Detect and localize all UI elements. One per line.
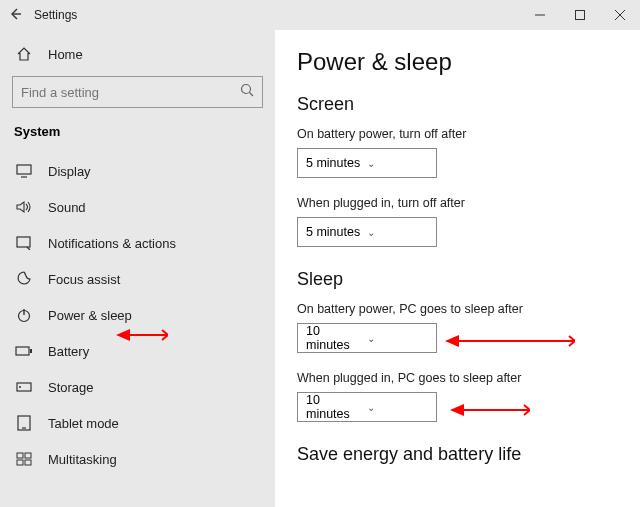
storage-icon [14, 380, 34, 394]
dropdown-value: 10 minutes [306, 393, 367, 421]
sidebar-item-label: Storage [48, 380, 94, 395]
svg-rect-17 [17, 453, 23, 458]
sidebar-item-battery[interactable]: Battery [0, 333, 275, 369]
sidebar-item-sound[interactable]: Sound [0, 189, 275, 225]
dropdown-value: 5 minutes [306, 225, 367, 239]
svg-rect-11 [16, 347, 29, 355]
sidebar-item-label: Power & sleep [48, 308, 132, 323]
screen-battery-dropdown[interactable]: 5 minutes ⌄ [297, 148, 437, 178]
multitasking-icon [14, 452, 34, 466]
sleep-battery-dropdown[interactable]: 10 minutes ⌄ [297, 323, 437, 353]
sidebar: Home System Display Sound Notifications … [0, 30, 275, 507]
svg-rect-19 [17, 460, 23, 465]
sidebar-item-label: Sound [48, 200, 86, 215]
sidebar-item-display[interactable]: Display [0, 153, 275, 189]
close-button[interactable] [600, 0, 640, 30]
section-save-title: Save energy and battery life [297, 444, 618, 465]
focus-assist-icon [14, 271, 34, 287]
tablet-icon [14, 415, 34, 431]
sidebar-item-multitasking[interactable]: Multitasking [0, 441, 275, 477]
sidebar-item-label: Focus assist [48, 272, 120, 287]
minimize-button[interactable] [520, 0, 560, 30]
sleep-plugged-label: When plugged in, PC goes to sleep after [297, 371, 618, 385]
home-icon [14, 46, 34, 62]
svg-rect-12 [30, 349, 32, 353]
chevron-down-icon: ⌄ [367, 158, 428, 169]
screen-plugged-dropdown[interactable]: 5 minutes ⌄ [297, 217, 437, 247]
sidebar-item-tablet-mode[interactable]: Tablet mode [0, 405, 275, 441]
close-icon [615, 10, 625, 20]
svg-rect-18 [25, 453, 31, 458]
battery-icon [14, 345, 34, 357]
maximize-button[interactable] [560, 0, 600, 30]
content-pane: Power & sleep Screen On battery power, t… [275, 30, 640, 507]
dropdown-value: 5 minutes [306, 156, 367, 170]
screen-battery-label: On battery power, turn off after [297, 127, 618, 141]
chevron-down-icon: ⌄ [367, 227, 428, 238]
search-box[interactable] [12, 76, 263, 108]
power-icon [14, 307, 34, 323]
sidebar-item-power-sleep[interactable]: Power & sleep [0, 297, 275, 333]
sidebar-item-notifications[interactable]: Notifications & actions [0, 225, 275, 261]
home-button[interactable]: Home [0, 36, 275, 72]
screen-plugged-label: When plugged in, turn off after [297, 196, 618, 210]
svg-rect-6 [17, 165, 31, 174]
page-title: Power & sleep [297, 48, 618, 76]
back-button[interactable] [0, 7, 30, 24]
dropdown-value: 10 minutes [306, 324, 367, 352]
svg-rect-1 [576, 11, 585, 20]
back-arrow-icon [8, 7, 22, 21]
home-label: Home [48, 47, 83, 62]
sidebar-item-label: Battery [48, 344, 89, 359]
sidebar-item-label: Display [48, 164, 91, 179]
notifications-icon [14, 236, 34, 250]
sidebar-item-label: Multitasking [48, 452, 117, 467]
sidebar-item-storage[interactable]: Storage [0, 369, 275, 405]
maximize-icon [575, 10, 585, 20]
window-title: Settings [34, 8, 77, 22]
svg-point-4 [242, 85, 251, 94]
minimize-icon [535, 10, 545, 20]
chevron-down-icon: ⌄ [367, 333, 428, 344]
svg-line-5 [250, 93, 254, 97]
sidebar-item-label: Notifications & actions [48, 236, 176, 251]
svg-rect-20 [25, 460, 31, 465]
sidebar-item-focus-assist[interactable]: Focus assist [0, 261, 275, 297]
category-heading: System [0, 118, 275, 153]
display-icon [14, 164, 34, 178]
search-input[interactable] [21, 85, 240, 100]
sleep-plugged-dropdown[interactable]: 10 minutes ⌄ [297, 392, 437, 422]
svg-point-14 [19, 386, 21, 388]
section-screen-title: Screen [297, 94, 618, 115]
svg-rect-8 [17, 237, 30, 247]
chevron-down-icon: ⌄ [367, 402, 428, 413]
sidebar-item-label: Tablet mode [48, 416, 119, 431]
sleep-battery-label: On battery power, PC goes to sleep after [297, 302, 618, 316]
section-sleep-title: Sleep [297, 269, 618, 290]
titlebar: Settings [0, 0, 640, 30]
search-icon [240, 83, 254, 101]
sound-icon [14, 200, 34, 214]
